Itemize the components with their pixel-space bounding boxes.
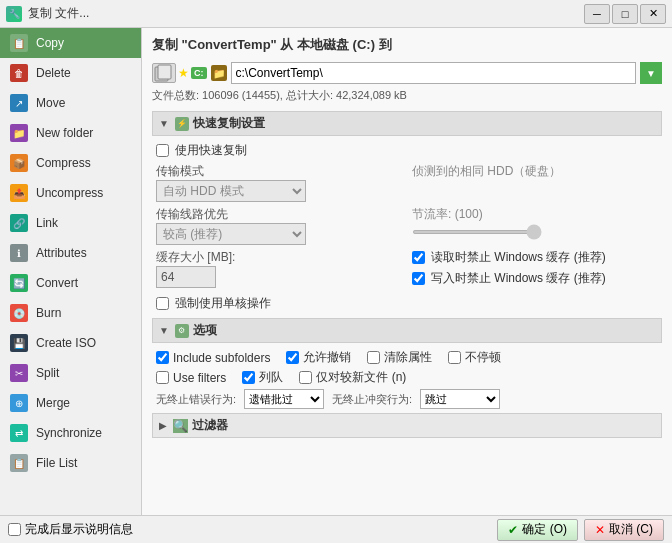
read-cache-label: 读取时禁止 Windows 缓存 (推荐) (431, 249, 606, 266)
read-cache-checkbox[interactable] (412, 251, 425, 264)
sidebar: 📋 Copy 🗑 Delete ↗ Move 📁 New folder 📦 Co… (0, 28, 142, 515)
sidebar-label-uncompress: Uncompress (36, 186, 103, 200)
queue-label: 列队 (259, 369, 283, 386)
sidebar-item-newfolder[interactable]: 📁 New folder (0, 118, 141, 148)
quick-copy-arrow: ▼ (159, 118, 169, 129)
sidebar-item-merge[interactable]: ⊕ Merge (0, 388, 141, 418)
app-icon: 🔧 (6, 6, 22, 22)
on-conflict-select[interactable]: 跳过 (420, 389, 500, 409)
filter-section-header[interactable]: ▶ 🔍 过滤器 (152, 413, 662, 438)
destination-path-input[interactable] (231, 62, 637, 84)
sidebar-label-attributes: Attributes (36, 246, 87, 260)
transfer-mode-col: 传输模式 自动 HDD 模式 (156, 163, 402, 202)
sidebar-item-uncompress[interactable]: 📤 Uncompress (0, 178, 141, 208)
quick-copy-section-header[interactable]: ▼ ⚡ 快速复制设置 (152, 111, 662, 136)
synchronize-icon: ⇄ (10, 424, 28, 442)
uncompress-icon: 📤 (10, 184, 28, 202)
sidebar-label-move: Move (36, 96, 65, 110)
sidebar-item-attributes[interactable]: ℹ Attributes (0, 238, 141, 268)
force-single-label: 强制使用单核操作 (175, 295, 271, 312)
only-new-files-item: 仅对较新文件 (n) (299, 369, 406, 386)
options-section-header[interactable]: ▼ ⚙ 选项 (152, 318, 662, 343)
sidebar-label-split: Split (36, 366, 59, 380)
clear-attributes-checkbox[interactable] (367, 351, 380, 364)
options-row-2: Use filters 列队 仅对较新文件 (n) (156, 369, 658, 386)
windows-cache-col: 读取时禁止 Windows 缓存 (推荐) 写入时禁止 Windows 缓存 (… (412, 249, 658, 291)
sidebar-item-filelist[interactable]: 📋 File List (0, 448, 141, 478)
buffer-cache-section: 缓存大小 [MB]: 读取时禁止 Windows 缓存 (推荐) 写入时禁止 W… (156, 249, 658, 291)
ok-button[interactable]: ✔ 确定 (O) (497, 519, 578, 541)
sidebar-item-delete[interactable]: 🗑 Delete (0, 58, 141, 88)
filelist-icon: 📋 (10, 454, 28, 472)
sidebar-item-split[interactable]: ✂ Split (0, 358, 141, 388)
use-quick-copy-checkbox[interactable] (156, 144, 169, 157)
star-badge: ★ (178, 66, 189, 80)
buffer-col: 缓存大小 [MB]: (156, 249, 402, 291)
use-filters-item: Use filters (156, 371, 226, 385)
close-button[interactable]: ✕ (640, 4, 666, 24)
force-single-checkbox[interactable] (156, 297, 169, 310)
use-filters-checkbox[interactable] (156, 371, 169, 384)
cancel-button[interactable]: ✕ 取消 (C) (584, 519, 664, 541)
no-stop-item: 不停顿 (448, 349, 501, 366)
options-content: Include subfolders 允许撤销 清除属性 不停顿 (152, 349, 662, 409)
include-subfolders-item: Include subfolders (156, 351, 270, 365)
only-new-files-checkbox[interactable] (299, 371, 312, 384)
sidebar-item-burn[interactable]: 💿 Burn (0, 298, 141, 328)
sidebar-label-copy: Copy (36, 36, 64, 50)
drive-badge: C: (191, 67, 207, 79)
clear-attributes-item: 清除属性 (367, 349, 432, 366)
use-quick-copy-row: 使用快速复制 (156, 142, 658, 159)
sidebar-label-burn: Burn (36, 306, 61, 320)
buffer-size-input[interactable] (156, 266, 216, 288)
error-behavior-row: 无终止错误行为: 遗错批过 无终止冲突行为: 跳过 (156, 389, 658, 409)
attributes-icon: ℹ (10, 244, 28, 262)
maximize-button[interactable]: □ (612, 4, 638, 24)
quick-copy-section-icon: ⚡ (175, 117, 189, 131)
transfer-priority-section: 传输线路优先 较高 (推荐) 节流率: (100) (156, 206, 658, 245)
sidebar-label-convert: Convert (36, 276, 78, 290)
content-title: 复制 "ConvertTemp" 从 本地磁盘 (C:) 到 (152, 36, 662, 54)
on-conflict-label: 无终止冲突行为: (332, 392, 412, 407)
detected-hdd-label: 侦测到的相同 HDD（硬盘） (412, 163, 658, 180)
clear-attributes-label: 清除属性 (384, 349, 432, 366)
bottom-right: ✔ 确定 (O) ✕ 取消 (C) (497, 519, 664, 541)
sidebar-label-filelist: File List (36, 456, 77, 470)
file-info: 文件总数: 106096 (14455), 总计大小: 42,324,089 k… (152, 88, 662, 103)
flow-rate-slider[interactable] (412, 230, 542, 234)
delete-icon: 🗑 (10, 64, 28, 82)
compress-icon: 📦 (10, 154, 28, 172)
sidebar-item-copy[interactable]: 📋 Copy (0, 28, 141, 58)
sidebar-item-createiso[interactable]: 💾 Create ISO (0, 328, 141, 358)
allow-cancel-label: 允许撤销 (303, 349, 351, 366)
destination-dropdown-button[interactable]: ▼ (640, 62, 662, 84)
content-area: 复制 "ConvertTemp" 从 本地磁盘 (C:) 到 ★ C: 📁 ▼ … (142, 28, 672, 515)
sidebar-item-move[interactable]: ↗ Move (0, 88, 141, 118)
read-cache-row: 读取时禁止 Windows 缓存 (推荐) (412, 249, 658, 266)
transfer-mode-select[interactable]: 自动 HDD 模式 (156, 180, 306, 202)
write-cache-checkbox[interactable] (412, 272, 425, 285)
show-info-checkbox[interactable] (8, 523, 21, 536)
include-subfolders-label: Include subfolders (173, 351, 270, 365)
sidebar-item-compress[interactable]: 📦 Compress (0, 148, 141, 178)
no-stop-checkbox[interactable] (448, 351, 461, 364)
sidebar-item-synchronize[interactable]: ⇄ Synchronize (0, 418, 141, 448)
sidebar-item-convert[interactable]: 🔄 Convert (0, 268, 141, 298)
queue-checkbox[interactable] (242, 371, 255, 384)
allow-cancel-checkbox[interactable] (286, 351, 299, 364)
priority-col: 传输线路优先 较高 (推荐) (156, 206, 402, 245)
write-cache-label: 写入时禁止 Windows 缓存 (推荐) (431, 270, 606, 287)
only-new-files-label: 仅对较新文件 (n) (316, 369, 406, 386)
options-section-icon: ⚙ (175, 324, 189, 338)
minimize-button[interactable]: ─ (584, 4, 610, 24)
createiso-icon: 💾 (10, 334, 28, 352)
priority-select[interactable]: 较高 (推荐) (156, 223, 306, 245)
priority-label: 传输线路优先 (156, 206, 402, 223)
sidebar-label-createiso: Create ISO (36, 336, 96, 350)
force-single-row: 强制使用单核操作 (156, 295, 658, 312)
sidebar-label-delete: Delete (36, 66, 71, 80)
include-subfolders-checkbox[interactable] (156, 351, 169, 364)
burn-icon: 💿 (10, 304, 28, 322)
on-error-select[interactable]: 遗错批过 (244, 389, 324, 409)
sidebar-item-link[interactable]: 🔗 Link (0, 208, 141, 238)
